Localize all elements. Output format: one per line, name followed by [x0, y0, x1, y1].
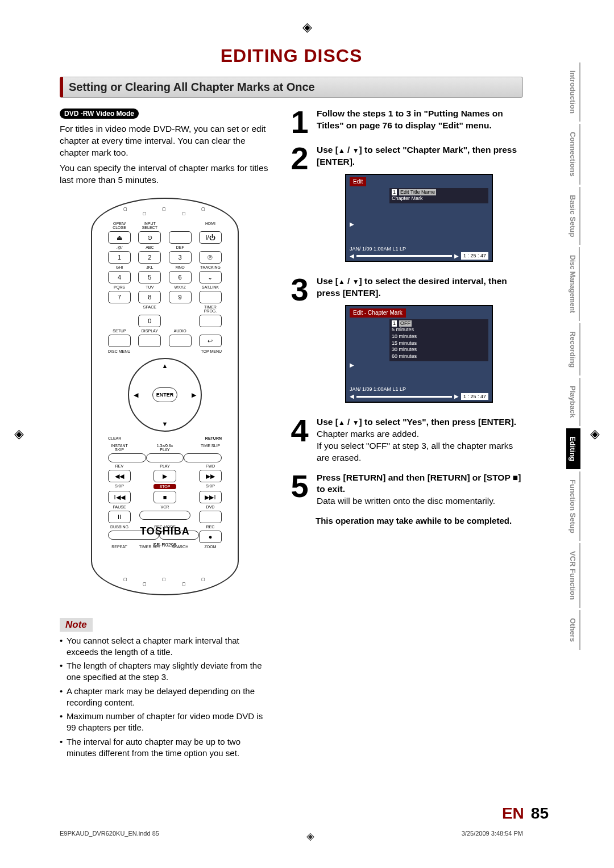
note-item: The interval for auto chapter may be up …	[60, 736, 270, 760]
print-timestamp: 3/25/2009 3:48:54 PM	[462, 830, 523, 842]
note-list: You cannot select a chapter mark interva…	[60, 635, 270, 760]
note-item: The length of chapters may slightly devi…	[60, 660, 270, 683]
remote-model: SE-R0295	[92, 542, 238, 548]
source-file: E9PKAUD_DVR620KU_EN.indd 85	[60, 830, 159, 842]
up-arrow-icon	[338, 417, 345, 427]
tab-others[interactable]: Others	[566, 610, 580, 650]
registration-mark-top: ◈	[302, 20, 312, 35]
page-title: EDITING DISCS	[60, 45, 523, 66]
down-arrow-icon	[352, 417, 359, 427]
down-arrow-icon	[352, 276, 359, 286]
step-3: 3 Use [ / ] to select the desired interv…	[287, 276, 523, 408]
tab-recording[interactable]: Recording	[566, 323, 580, 375]
registration-mark-bottom: ◈	[306, 830, 314, 842]
left-column: DVD -RW Video Mode For titles in video m…	[60, 108, 270, 761]
step-1: 1 Follow the steps 1 to 3 in "Putting Na…	[287, 108, 523, 136]
up-arrow-icon	[338, 276, 345, 286]
step-number: 4	[287, 416, 312, 464]
step-number: 1	[287, 108, 312, 136]
step-5: 5 Press [RETURN] and then [RETURN] or [S…	[287, 472, 523, 508]
tab-introduction[interactable]: Introduction	[566, 62, 580, 122]
side-tabs: Introduction Connections Basic Setup Dis…	[566, 62, 600, 652]
tab-disc-management[interactable]: Disc Management	[566, 247, 580, 321]
final-note: This operation may take awhile to be com…	[316, 515, 523, 527]
footer-meta: E9PKAUD_DVR620KU_EN.indd 85 ◈ 3/25/2009 …	[60, 830, 523, 842]
osd-edit-screen: Edit 1Edit Title Name Chapter Mark ▶ JAN…	[345, 174, 493, 262]
remote-illustration: ▢ ▢ ▢ ▢ ▢ OPEN/ CLOSEINPUT SELECTHDMI ⏏⊙…	[91, 198, 239, 595]
remote-brand: TOSHIBA	[92, 525, 238, 537]
dvd-rw-badge: DVD -RW Video Mode	[60, 108, 139, 119]
page-content: EDITING DISCS Setting or Clearing All Ch…	[60, 45, 523, 761]
tab-editing[interactable]: Editing	[566, 428, 580, 469]
step-1-text: Follow the steps 1 to 3 in "Putting Name…	[317, 108, 503, 130]
step-number: 2	[287, 144, 312, 268]
note-item: A chapter mark may be delayed depending …	[60, 686, 270, 709]
up-arrow-icon	[338, 145, 345, 155]
tab-function-setup[interactable]: Function Setup	[566, 471, 580, 541]
tab-playback[interactable]: Playback	[566, 378, 580, 425]
note-heading: Note	[60, 618, 93, 632]
tab-basic-setup[interactable]: Basic Setup	[566, 187, 580, 245]
registration-mark-left: ◈	[14, 427, 24, 441]
right-column: 1 Follow the steps 1 to 3 in "Putting Na…	[287, 108, 523, 761]
stop-icon: ■	[513, 473, 518, 482]
tab-vcr-function[interactable]: VCR Function	[566, 543, 580, 608]
step-4: 4 Use [ / ] to select "Yes", then press …	[287, 416, 523, 464]
section-header: Setting or Clearing All Chapter Marks at…	[60, 77, 523, 98]
osd-chapter-mark-screen: Edit - Chapter Mark 1OFF 5 minutes 10 mi…	[345, 305, 493, 403]
intro-text-2: You can specify the interval of chapter …	[60, 162, 270, 186]
down-arrow-icon	[352, 145, 359, 155]
intro-text-1: For titles in video mode DVD-RW, you can…	[60, 123, 270, 159]
note-item: You cannot select a chapter mark interva…	[60, 635, 270, 658]
step-5-body: Data will be written onto the disc momen…	[317, 496, 495, 506]
step-2: 2 Use [ / ] to select "Chapter Mark", th…	[287, 144, 523, 268]
page-number: EN85	[502, 804, 549, 823]
step-number: 5	[287, 472, 312, 508]
note-item: Maximum number of chapter for video mode…	[60, 711, 270, 734]
step-4-body2: If you select "OFF" at step 3, all the c…	[317, 441, 513, 462]
step-4-body1: Chapter marks are added.	[317, 429, 419, 439]
tab-connections[interactable]: Connections	[566, 124, 580, 185]
dpad: ▲ ▼ ◀ ▶ ENTER	[128, 358, 202, 432]
step-number: 3	[287, 276, 312, 408]
